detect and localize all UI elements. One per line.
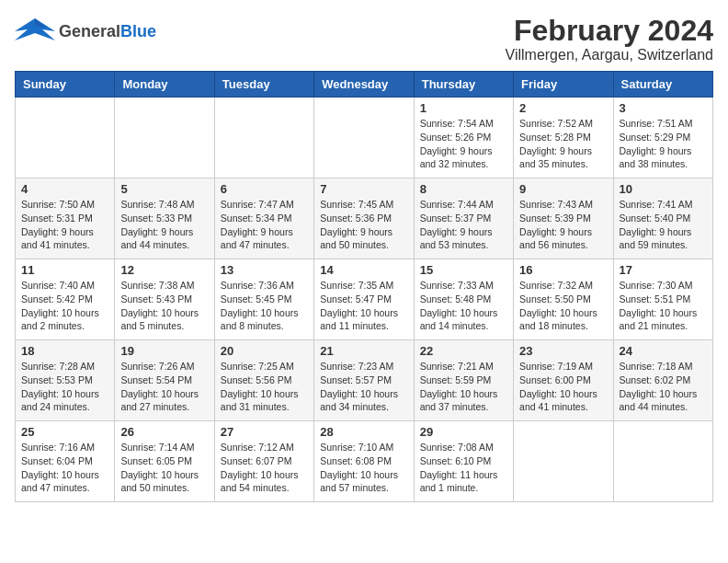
logo-blue: Blue [120, 22, 156, 40]
logo-general: General [59, 22, 120, 40]
day-number: 24 [620, 344, 707, 358]
day-number: 21 [320, 344, 407, 358]
day-number: 18 [21, 344, 108, 358]
day-info: Sunrise: 7:44 AM Sunset: 5:37 PM Dayligh… [420, 198, 507, 252]
day-info: Sunrise: 7:35 AM Sunset: 5:47 PM Dayligh… [320, 279, 407, 333]
calendar-day: 17Sunrise: 7:30 AM Sunset: 5:51 PM Dayli… [613, 259, 712, 340]
day-number: 28 [320, 425, 407, 439]
day-number: 25 [21, 425, 108, 439]
day-number: 4 [21, 182, 108, 196]
day-header-sunday: Sunday [16, 72, 115, 98]
day-info: Sunrise: 7:10 AM Sunset: 6:08 PM Dayligh… [320, 441, 407, 495]
day-number: 20 [221, 344, 308, 358]
day-info: Sunrise: 7:52 AM Sunset: 5:28 PM Dayligh… [519, 117, 607, 171]
logo: GeneralBlue [15, 15, 156, 50]
day-info: Sunrise: 7:23 AM Sunset: 5:57 PM Dayligh… [320, 360, 407, 414]
calendar-week-1: 1Sunrise: 7:54 AM Sunset: 5:26 PM Daylig… [16, 98, 713, 178]
calendar-header-row: SundayMondayTuesdayWednesdayThursdayFrid… [16, 72, 713, 98]
day-info: Sunrise: 7:33 AM Sunset: 5:48 PM Dayligh… [420, 279, 507, 333]
calendar-day [613, 421, 712, 502]
calendar-day: 22Sunrise: 7:21 AM Sunset: 5:59 PM Dayli… [414, 340, 513, 421]
calendar-day [314, 98, 414, 178]
calendar-day: 5Sunrise: 7:48 AM Sunset: 5:33 PM Daylig… [115, 178, 214, 259]
day-info: Sunrise: 7:26 AM Sunset: 5:54 PM Dayligh… [120, 360, 208, 414]
day-header-saturday: Saturday [613, 72, 712, 98]
logo-bird-icon [15, 15, 55, 50]
calendar-day: 29Sunrise: 7:08 AM Sunset: 6:10 PM Dayli… [414, 421, 513, 502]
day-header-wednesday: Wednesday [314, 72, 414, 98]
calendar-day: 28Sunrise: 7:10 AM Sunset: 6:08 PM Dayli… [314, 421, 414, 502]
day-info: Sunrise: 7:38 AM Sunset: 5:43 PM Dayligh… [120, 279, 208, 333]
calendar-week-3: 11Sunrise: 7:40 AM Sunset: 5:42 PM Dayli… [16, 259, 713, 340]
day-info: Sunrise: 7:48 AM Sunset: 5:33 PM Dayligh… [120, 198, 208, 252]
day-info: Sunrise: 7:30 AM Sunset: 5:51 PM Dayligh… [620, 279, 707, 333]
calendar-day: 7Sunrise: 7:45 AM Sunset: 5:36 PM Daylig… [314, 178, 414, 259]
day-info: Sunrise: 7:51 AM Sunset: 5:29 PM Dayligh… [620, 117, 707, 171]
day-number: 3 [620, 101, 707, 115]
calendar-day: 21Sunrise: 7:23 AM Sunset: 5:57 PM Dayli… [314, 340, 414, 421]
calendar-day: 27Sunrise: 7:12 AM Sunset: 6:07 PM Dayli… [214, 421, 313, 502]
day-header-monday: Monday [115, 72, 214, 98]
calendar-day: 9Sunrise: 7:43 AM Sunset: 5:39 PM Daylig… [514, 178, 613, 259]
calendar-day: 26Sunrise: 7:14 AM Sunset: 6:05 PM Dayli… [115, 421, 214, 502]
calendar-day: 12Sunrise: 7:38 AM Sunset: 5:43 PM Dayli… [115, 259, 214, 340]
day-number: 26 [120, 425, 208, 439]
day-number: 12 [120, 263, 208, 277]
day-number: 15 [420, 263, 507, 277]
calendar-day: 6Sunrise: 7:47 AM Sunset: 5:34 PM Daylig… [214, 178, 313, 259]
day-info: Sunrise: 7:54 AM Sunset: 5:26 PM Dayligh… [420, 117, 507, 171]
page-header: GeneralBlue February 2024 Villmergen, Aa… [15, 15, 713, 63]
calendar-day [514, 421, 613, 502]
day-number: 6 [221, 182, 308, 196]
day-info: Sunrise: 7:45 AM Sunset: 5:36 PM Dayligh… [320, 198, 407, 252]
calendar-day: 4Sunrise: 7:50 AM Sunset: 5:31 PM Daylig… [16, 178, 115, 259]
day-number: 7 [320, 182, 407, 196]
day-info: Sunrise: 7:32 AM Sunset: 5:50 PM Dayligh… [519, 279, 607, 333]
day-header-tuesday: Tuesday [214, 72, 313, 98]
page-title: February 2024 [506, 15, 714, 47]
calendar-day [214, 98, 313, 178]
calendar-day: 16Sunrise: 7:32 AM Sunset: 5:50 PM Dayli… [514, 259, 613, 340]
calendar-day: 23Sunrise: 7:19 AM Sunset: 6:00 PM Dayli… [514, 340, 613, 421]
calendar-table: SundayMondayTuesdayWednesdayThursdayFrid… [15, 71, 713, 502]
calendar-day [16, 98, 115, 178]
day-number: 23 [519, 344, 607, 358]
day-info: Sunrise: 7:21 AM Sunset: 5:59 PM Dayligh… [420, 360, 507, 414]
day-info: Sunrise: 7:16 AM Sunset: 6:04 PM Dayligh… [21, 441, 108, 495]
calendar-day: 15Sunrise: 7:33 AM Sunset: 5:48 PM Dayli… [414, 259, 513, 340]
day-info: Sunrise: 7:14 AM Sunset: 6:05 PM Dayligh… [120, 441, 208, 495]
calendar-day: 14Sunrise: 7:35 AM Sunset: 5:47 PM Dayli… [314, 259, 414, 340]
calendar-week-2: 4Sunrise: 7:50 AM Sunset: 5:31 PM Daylig… [16, 178, 713, 259]
day-number: 5 [120, 182, 208, 196]
calendar-day: 24Sunrise: 7:18 AM Sunset: 6:02 PM Dayli… [613, 340, 712, 421]
day-info: Sunrise: 7:12 AM Sunset: 6:07 PM Dayligh… [221, 441, 308, 495]
day-number: 11 [21, 263, 108, 277]
day-number: 1 [420, 101, 507, 115]
day-info: Sunrise: 7:43 AM Sunset: 5:39 PM Dayligh… [519, 198, 607, 252]
calendar-day: 3Sunrise: 7:51 AM Sunset: 5:29 PM Daylig… [613, 98, 712, 178]
calendar-day [115, 98, 214, 178]
day-info: Sunrise: 7:40 AM Sunset: 5:42 PM Dayligh… [21, 279, 108, 333]
logo-text: GeneralBlue [59, 23, 156, 41]
day-number: 8 [420, 182, 507, 196]
calendar-day: 1Sunrise: 7:54 AM Sunset: 5:26 PM Daylig… [414, 98, 513, 178]
calendar-week-4: 18Sunrise: 7:28 AM Sunset: 5:53 PM Dayli… [16, 340, 713, 421]
day-info: Sunrise: 7:41 AM Sunset: 5:40 PM Dayligh… [620, 198, 707, 252]
calendar-day: 2Sunrise: 7:52 AM Sunset: 5:28 PM Daylig… [514, 98, 613, 178]
day-info: Sunrise: 7:18 AM Sunset: 6:02 PM Dayligh… [620, 360, 707, 414]
calendar-day: 20Sunrise: 7:25 AM Sunset: 5:56 PM Dayli… [214, 340, 313, 421]
calendar-day: 10Sunrise: 7:41 AM Sunset: 5:40 PM Dayli… [613, 178, 712, 259]
title-block: February 2024 Villmergen, Aargau, Switze… [506, 15, 714, 63]
calendar-day: 18Sunrise: 7:28 AM Sunset: 5:53 PM Dayli… [16, 340, 115, 421]
day-info: Sunrise: 7:36 AM Sunset: 5:45 PM Dayligh… [221, 279, 308, 333]
day-info: Sunrise: 7:19 AM Sunset: 6:00 PM Dayligh… [519, 360, 607, 414]
day-info: Sunrise: 7:08 AM Sunset: 6:10 PM Dayligh… [420, 441, 507, 495]
calendar-week-5: 25Sunrise: 7:16 AM Sunset: 6:04 PM Dayli… [16, 421, 713, 502]
day-info: Sunrise: 7:28 AM Sunset: 5:53 PM Dayligh… [21, 360, 108, 414]
day-number: 29 [420, 425, 507, 439]
day-number: 13 [221, 263, 308, 277]
day-number: 10 [620, 182, 707, 196]
calendar-day: 8Sunrise: 7:44 AM Sunset: 5:37 PM Daylig… [414, 178, 513, 259]
day-header-thursday: Thursday [414, 72, 513, 98]
day-number: 14 [320, 263, 407, 277]
